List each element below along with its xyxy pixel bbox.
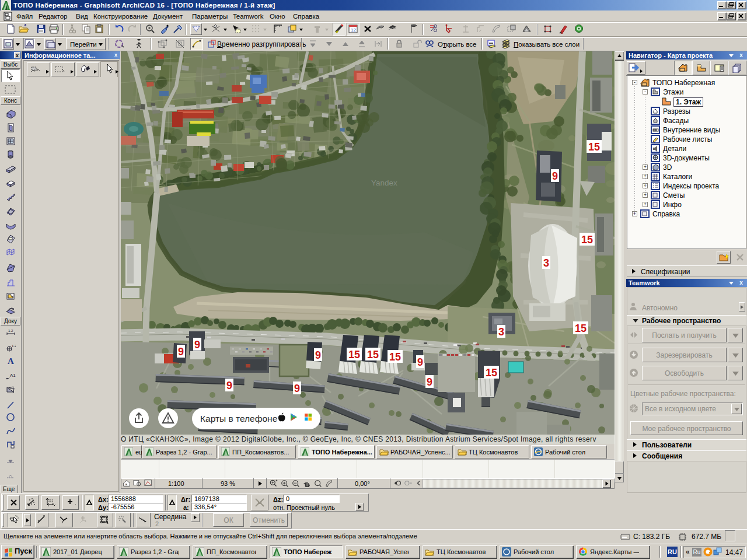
svg-text:A: A	[8, 356, 14, 366]
svg-text:15: 15	[348, 349, 360, 360]
svg-text:Yandex: Yandex	[371, 178, 397, 187]
svg-text:1.2: 1.2	[12, 344, 16, 348]
svg-text:9: 9	[315, 349, 321, 361]
svg-text:a: a	[125, 482, 127, 486]
svg-text:15: 15	[588, 141, 600, 153]
svg-text:9: 9	[294, 383, 300, 394]
svg-text:9: 9	[427, 376, 432, 388]
svg-text:Карты в телефоне: Карты в телефоне	[200, 414, 277, 424]
svg-text:9: 9	[417, 356, 423, 368]
svg-text:15: 15	[581, 234, 593, 246]
svg-text:9: 9	[178, 346, 184, 358]
svg-text:3: 3	[543, 257, 549, 269]
svg-text:1.2: 1.2	[8, 329, 13, 332]
svg-text:9: 9	[552, 170, 558, 182]
svg-text:15: 15	[367, 349, 379, 360]
svg-text:15: 15	[389, 351, 401, 363]
svg-text:15: 15	[486, 367, 497, 379]
svg-text:A1: A1	[10, 373, 16, 378]
svg-text:9: 9	[226, 380, 232, 391]
svg-text:3: 3	[498, 326, 504, 338]
svg-text:15: 15	[575, 323, 587, 334]
svg-text:9: 9	[194, 339, 200, 351]
svg-text:12: 12	[351, 27, 356, 33]
